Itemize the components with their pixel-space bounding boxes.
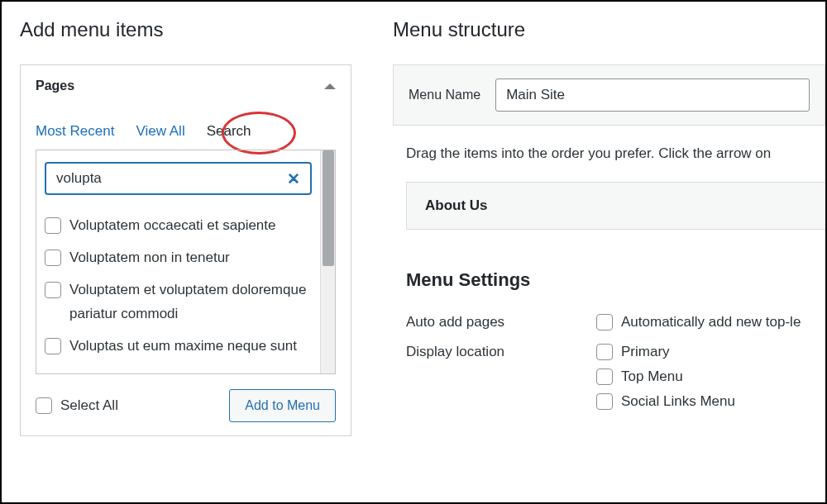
menu-name-input[interactable]: [495, 78, 810, 112]
pages-accordion: Pages Most Recent View All Search ✕: [20, 64, 351, 436]
list-item[interactable]: Voluptatem et voluptatem doloremque pari…: [45, 274, 312, 330]
location-checkbox[interactable]: [596, 393, 613, 410]
menu-name-label: Menu Name: [409, 88, 480, 102]
location-text: Primary: [621, 344, 670, 360]
menu-settings-heading: Menu Settings: [406, 269, 825, 291]
result-checkbox[interactable]: [45, 282, 61, 298]
select-all-label: Select All: [60, 397, 118, 414]
scrollbar[interactable]: [320, 150, 335, 373]
location-checkbox[interactable]: [596, 368, 613, 385]
list-item[interactable]: Voluptatem occaecati et sapiente: [45, 210, 312, 242]
result-checkbox[interactable]: [45, 217, 61, 234]
search-input-wrapper: ✕: [45, 162, 312, 195]
auto-add-label: Auto add pages: [406, 314, 596, 330]
location-text: Top Menu: [621, 368, 683, 385]
chevron-up-icon: [324, 83, 336, 89]
tab-view-all[interactable]: View All: [136, 123, 184, 140]
result-label: Voluptatem non in tenetur: [69, 246, 230, 270]
search-panel: ✕ Voluptatem occaecati et sapiente Volup…: [36, 150, 336, 374]
result-checkbox[interactable]: [45, 250, 61, 266]
add-to-menu-button[interactable]: Add to Menu: [229, 389, 336, 422]
scrollbar-thumb[interactable]: [323, 150, 334, 266]
list-item[interactable]: Voluptatem non in tenetur: [45, 242, 312, 274]
accordion-title: Pages: [36, 78, 74, 93]
pages-tabs: Most Recent View All Search: [36, 107, 336, 150]
menu-settings: Menu Settings Auto add pages Automatical…: [393, 269, 825, 416]
left-title: Add menu items: [20, 18, 351, 41]
drag-hint: Drag the items into the order you prefer…: [393, 126, 825, 182]
result-label: Voluptatem et voluptatem doloremque pari…: [69, 278, 312, 326]
menu-item-about-us[interactable]: About Us: [406, 182, 825, 230]
result-label: Voluptas ut eum maxime neque sunt: [69, 335, 297, 359]
menu-name-row: Menu Name: [393, 64, 825, 126]
auto-add-text: Automatically add new top-le: [621, 314, 801, 330]
clear-search-icon[interactable]: ✕: [287, 169, 300, 188]
search-input[interactable]: [56, 170, 277, 187]
tab-search[interactable]: Search: [207, 123, 251, 140]
result-checkbox[interactable]: [45, 338, 61, 354]
tab-most-recent[interactable]: Most Recent: [36, 123, 114, 140]
location-top-menu[interactable]: Top Menu: [596, 368, 735, 385]
location-checkbox[interactable]: [596, 344, 613, 360]
pages-accordion-header[interactable]: Pages: [21, 65, 351, 107]
right-title: Menu structure: [393, 18, 825, 41]
result-label: Voluptatem occaecati et sapiente: [69, 214, 276, 238]
select-all[interactable]: Select All: [36, 397, 118, 414]
location-social[interactable]: Social Links Menu: [596, 393, 735, 410]
location-text: Social Links Menu: [621, 393, 735, 410]
list-item[interactable]: Voluptas ut eum maxime neque sunt: [45, 330, 312, 363]
auto-add-checkbox[interactable]: [596, 314, 613, 330]
display-location-label: Display location: [406, 344, 596, 410]
auto-add-option[interactable]: Automatically add new top-le: [596, 314, 801, 330]
location-primary[interactable]: Primary: [596, 344, 735, 360]
select-all-checkbox[interactable]: [36, 397, 52, 414]
